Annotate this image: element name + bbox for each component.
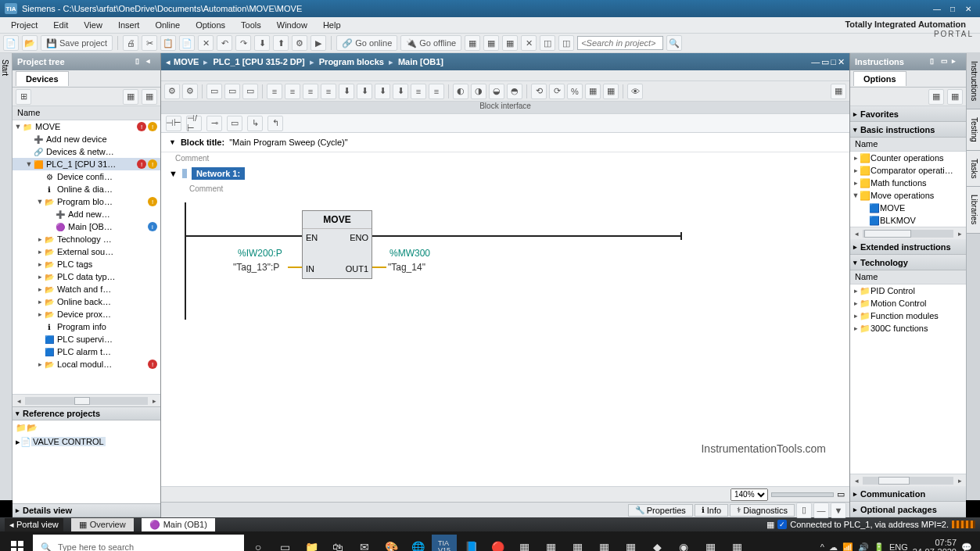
app-icon[interactable]: ◉ bbox=[671, 535, 696, 551]
overview-tab[interactable]: ▦ Overview bbox=[71, 518, 134, 531]
editor-tool[interactable]: ⬇ bbox=[339, 84, 354, 99]
breadcrumb-item[interactable]: Main [OB1] bbox=[398, 57, 443, 66]
close-button[interactable]: ✕ bbox=[961, 3, 975, 14]
technology-list[interactable]: ▸📁PID Control▸📁Motion Control▸📁Function … bbox=[850, 284, 966, 335]
details-view-header[interactable]: ▸Details view bbox=[13, 503, 160, 517]
technology-item[interactable]: ▸📁Function modules bbox=[850, 309, 966, 322]
zoom-select[interactable]: 140% bbox=[731, 488, 768, 501]
tree-row[interactable]: ▸📂Watch and f… bbox=[13, 283, 160, 295]
redo-button[interactable]: ↷ bbox=[235, 35, 251, 51]
app-icon[interactable]: ▦ bbox=[724, 535, 749, 551]
explorer-icon[interactable]: 📁 bbox=[299, 535, 324, 551]
block-comment[interactable]: Comment bbox=[161, 152, 849, 164]
tool-button[interactable]: ▦ bbox=[465, 35, 480, 51]
tree-row[interactable]: ▸📂Technology … bbox=[13, 233, 160, 245]
network-comment[interactable]: Comment bbox=[161, 183, 849, 195]
editor-tool[interactable]: ≡ bbox=[267, 84, 282, 99]
delete-button[interactable]: ✕ bbox=[198, 35, 214, 51]
scroll-right-icon[interactable]: ▸ bbox=[148, 397, 160, 405]
tree-row[interactable]: 🔗Devices & netw… bbox=[13, 145, 160, 158]
menu-insert[interactable]: Insert bbox=[110, 18, 148, 32]
chrome-icon[interactable]: 🔴 bbox=[485, 535, 510, 551]
tray-cloud-icon[interactable]: ☁ bbox=[829, 542, 838, 552]
app-icon[interactable]: ▦ bbox=[591, 535, 616, 551]
coil-button[interactable]: ⊸ bbox=[206, 116, 222, 131]
pin-icon[interactable]: ▯ bbox=[930, 57, 939, 66]
scroll-left-icon[interactable]: ◂ bbox=[13, 397, 25, 405]
go-online-button[interactable]: 🔗 Go online bbox=[336, 35, 397, 51]
tree-tool-button[interactable]: ⊞ bbox=[16, 89, 31, 105]
editor-tool[interactable]: ⟳ bbox=[549, 84, 565, 99]
inst-tool[interactable]: ▦ bbox=[928, 89, 944, 105]
tree-tool-button[interactable]: ▦ bbox=[123, 89, 138, 105]
mail-icon[interactable]: ✉ bbox=[352, 535, 377, 551]
branch-button[interactable]: ↰ bbox=[267, 116, 283, 131]
tab-info[interactable]: ℹ Info bbox=[695, 504, 728, 517]
editor-tool[interactable]: ⬇ bbox=[375, 84, 390, 99]
menu-edit[interactable]: Edit bbox=[45, 18, 76, 32]
communication-header[interactable]: ▸Communication bbox=[850, 486, 966, 502]
tray-wifi-icon[interactable]: 📶 bbox=[842, 542, 853, 552]
app-icon[interactable]: ◆ bbox=[644, 535, 669, 551]
breadcrumb-item[interactable]: PLC_1 [CPU 315-2 DP] bbox=[213, 57, 304, 66]
breadcrumb-item[interactable]: Program blocks bbox=[319, 57, 384, 66]
ladder-canvas[interactable]: MOVE EN ENO IN OUT1 %IW200:P "Tag_13":P … bbox=[161, 195, 849, 486]
favorites-header[interactable]: ▸Favorites bbox=[850, 106, 966, 122]
editor-tool[interactable]: ⬇ bbox=[357, 84, 372, 99]
editor-close-button[interactable]: ✕ bbox=[838, 57, 845, 67]
main-ob1-tab[interactable]: 🟣 Main (OB1) bbox=[142, 518, 215, 531]
zoom-fit-icon[interactable]: ▭ bbox=[837, 489, 845, 499]
instruction-item[interactable]: 🟦BLKMOV bbox=[850, 214, 966, 227]
sidetab-libraries[interactable]: Libraries bbox=[967, 187, 980, 233]
menu-view[interactable]: View bbox=[76, 18, 110, 32]
project-search-input[interactable] bbox=[577, 36, 663, 50]
editor-float-button[interactable]: ▭ bbox=[821, 57, 829, 67]
menu-project[interactable]: Project bbox=[3, 18, 45, 32]
inst-tool[interactable]: ▦ bbox=[947, 89, 963, 105]
editor-tool[interactable]: ▭ bbox=[224, 84, 240, 99]
app-icon[interactable]: ▦ bbox=[565, 535, 590, 551]
print-button[interactable]: 🖨 bbox=[123, 35, 138, 51]
tree-row[interactable]: ▸📂PLC tags bbox=[13, 258, 160, 270]
compile-button[interactable]: ⚙ bbox=[292, 35, 307, 51]
tray-lang[interactable]: ENG bbox=[889, 542, 908, 551]
collapse-icon[interactable]: ▼ bbox=[169, 138, 176, 146]
tray-chevron-icon[interactable]: ^ bbox=[820, 542, 824, 551]
instructions-list[interactable]: ▸🟨Counter operations▸🟨Comparator operati… bbox=[850, 152, 966, 227]
tech-scrollbar[interactable]: ◂▸ bbox=[850, 474, 966, 486]
tree-row[interactable]: ▸📂Online back… bbox=[13, 295, 160, 308]
split-button[interactable]: ◫ bbox=[558, 35, 574, 51]
sidetab-tasks[interactable]: Tasks bbox=[967, 151, 980, 188]
tree-scrollbar[interactable]: ◂ ▸ bbox=[13, 394, 160, 406]
tree-row[interactable]: ▸📂Local modul…! bbox=[13, 358, 160, 370]
zoom-slider[interactable] bbox=[771, 492, 834, 497]
notification-icon[interactable]: 💬 bbox=[961, 542, 972, 552]
start-button[interactable] bbox=[3, 535, 31, 551]
tree-row[interactable]: ▸📂PLC data typ… bbox=[13, 270, 160, 283]
sidetab-start[interactable]: Start bbox=[0, 53, 10, 82]
editor-tool[interactable]: ≡ bbox=[411, 84, 426, 99]
project-tree[interactable]: ▼📁MOVE!!➕Add new device🔗Devices & netw…▼… bbox=[13, 120, 160, 394]
in-address[interactable]: %IW200:P bbox=[238, 248, 282, 259]
editor-tool[interactable]: ⚙ bbox=[164, 84, 180, 99]
tray-volume-icon[interactable]: 🔊 bbox=[858, 542, 869, 552]
tia-portal-icon[interactable]: TIAV15 bbox=[432, 535, 457, 551]
app-icon[interactable]: ▦ bbox=[618, 535, 643, 551]
technology-header[interactable]: ▾Technology bbox=[850, 255, 966, 270]
inspector-tool[interactable]: ▯ bbox=[796, 503, 812, 518]
arrow-icon[interactable]: ◂ bbox=[146, 57, 156, 66]
new-project-button[interactable]: 📄 bbox=[3, 35, 19, 51]
inst-scrollbar[interactable]: ◂▸ bbox=[850, 227, 966, 239]
editor-tool[interactable]: % bbox=[567, 84, 583, 99]
tab-options[interactable]: Options bbox=[853, 71, 906, 86]
instruction-item[interactable]: ▸🟨Math functions bbox=[850, 177, 966, 189]
editor-tool[interactable]: ◒ bbox=[489, 84, 504, 99]
taskbar-clock[interactable]: 07:5724-07-2020 bbox=[913, 538, 957, 551]
arrow-icon[interactable]: ▸ bbox=[952, 57, 961, 66]
editor-tool[interactable]: ▭ bbox=[242, 84, 258, 99]
editor-tool[interactable]: ▭ bbox=[206, 84, 222, 99]
branch-button[interactable]: ↳ bbox=[247, 116, 263, 131]
collapse-icon[interactable]: ▼ bbox=[169, 169, 178, 178]
breadcrumb-item[interactable]: MOVE bbox=[174, 57, 199, 66]
out-tag[interactable]: "Tag_14" bbox=[388, 262, 425, 273]
